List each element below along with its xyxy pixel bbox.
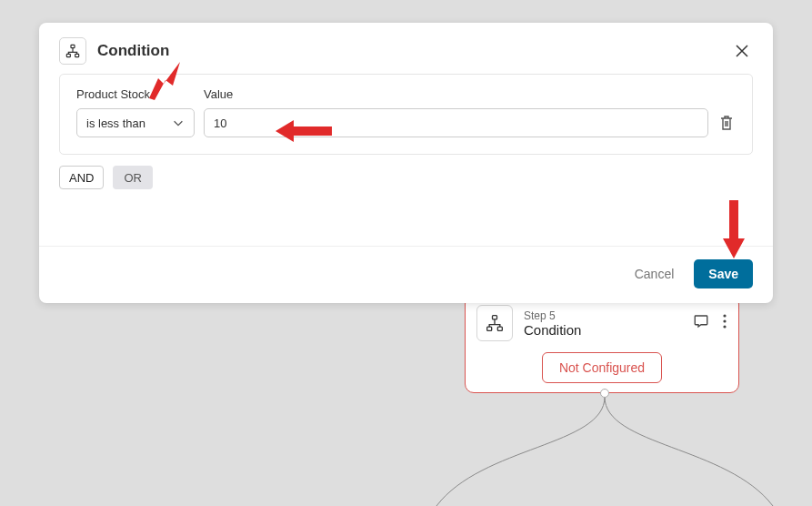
value-label: Value [204, 87, 233, 101]
flow-step-label: Step 5 [524, 309, 693, 322]
svg-rect-1 [487, 327, 492, 330]
hierarchy-icon [59, 37, 86, 65]
svg-rect-0 [493, 316, 497, 319]
svg-point-5 [723, 325, 726, 328]
svg-rect-7 [66, 54, 70, 56]
svg-point-3 [723, 314, 726, 317]
connector-dot [600, 389, 609, 398]
operator-select-value: is less than [86, 116, 145, 130]
svg-point-4 [723, 319, 726, 322]
svg-rect-6 [71, 45, 75, 47]
save-button[interactable]: Save [694, 259, 753, 288]
product-stock-label: Product Stock [76, 87, 204, 101]
kebab-menu-icon[interactable] [722, 313, 727, 333]
svg-rect-2 [497, 327, 502, 330]
modal-title: Condition [97, 42, 731, 60]
comment-icon[interactable] [693, 313, 709, 333]
value-input[interactable] [204, 108, 708, 137]
operator-select[interactable]: is less than [76, 108, 195, 137]
hierarchy-icon [476, 305, 513, 341]
chevron-down-icon [172, 116, 185, 129]
svg-rect-8 [75, 54, 79, 56]
or-button[interactable]: OR [113, 166, 153, 189]
flow-step-title: Condition [524, 322, 693, 338]
condition-modal: Condition Product Stock Value is less th… [39, 23, 773, 303]
delete-condition-button[interactable] [717, 114, 736, 132]
close-button[interactable] [731, 40, 753, 62]
not-configured-badge[interactable]: Not Configured [542, 352, 662, 383]
condition-group: Product Stock Value is less than [59, 74, 753, 155]
cancel-button[interactable]: Cancel [629, 266, 680, 282]
and-button[interactable]: AND [59, 166, 104, 189]
flow-step-card[interactable]: Step 5 Condition Not Configured [465, 295, 739, 393]
